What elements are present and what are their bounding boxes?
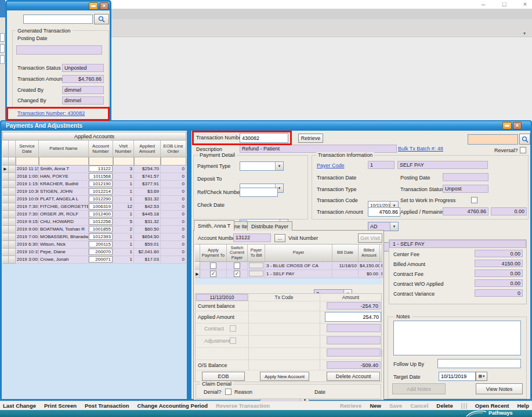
toolbar-last-change[interactable]: Last Change [3,402,36,409]
toolbar-help[interactable]: Help [517,402,529,409]
generated-search-input[interactable] [23,15,93,24]
payer-row[interactable]: 3 - BLUE CROSS OF CA11/18/10$4,150.00$ [195,262,382,270]
bulk-tx-batch-link[interactable]: Bulk Tx Batch #: 48 [398,146,443,152]
close-icon[interactable]: × [513,122,522,130]
header-visit-number[interactable]: Visit Number [113,141,134,157]
app-restore-icon[interactable]: □ [499,1,509,8]
tab-patient[interactable]: Smith, Anna T [194,220,234,231]
filter-cell[interactable] [134,157,161,166]
account-lookup-button[interactable]: ... [274,234,285,242]
contract-wo-applied-field: 0.00 [475,279,523,287]
visit-number-label: Visit Number [288,235,318,241]
deposit-to-label: Deposit To [197,176,222,182]
filter-cell[interactable] [89,157,113,166]
payment-type-dropdown[interactable]: ▾ [240,161,284,171]
app-close-icon[interactable]: × [520,1,530,8]
applied-accounts-filter-row[interactable] [2,157,186,166]
tab-distribute-payer[interactable]: Distribute Payer [247,221,292,231]
contract-fee-label: Contract Fee [393,271,424,277]
applied-account-row[interactable]: 2019 7:00:0MOBASSERI, Bharadwa10123931$6… [2,233,186,241]
applied-account-row[interactable]: 2019 6:30:00Wilson, Nick2001151$59.010 [2,241,186,249]
current-balance-field: -254.70 [327,302,381,310]
payer-grid-empty-area [195,278,382,285]
brand-logo-text: Pathways [488,410,513,416]
applied-account-row[interactable]: 2019 10:30:0STIGEN, JOHN10122141$3.690 [2,188,186,196]
chevron-down-icon: ▾ [390,222,398,231]
applied-account-row[interactable]: 2019 9:00:00BOATMAN, Toshan R10018552$60… [2,226,186,233]
work-in-progress-checkbox[interactable] [471,197,477,203]
toolbar-delete[interactable]: Delete [436,402,453,409]
denial-checkbox[interactable] [225,389,231,395]
generated-transaction-group-title: Generated Transaction [16,28,73,34]
follow-up-by-input[interactable] [437,359,521,368]
filter-cell[interactable] [161,157,186,166]
header-account-number[interactable]: Account Number [89,141,113,157]
filter-cell[interactable] [39,157,89,166]
applied-amount-input[interactable] [325,312,381,322]
applied-account-row[interactable]: 2019 10:15:0Pepe, Diane2000701$2,041.600 [2,249,186,256]
adjustment-amount-field [327,336,381,344]
target-date-label: Target Date [393,374,421,380]
contract-label: Contract [204,326,224,332]
filter-cell[interactable] [16,157,39,166]
apply-new-account-button[interactable]: Apply New Account [260,372,309,381]
applied-account-row[interactable]: 2019 10:00:0PLATT, ANGELA L10122901$31.3… [2,196,186,203]
header-bill-date[interactable]: Bill Date [332,244,359,262]
minimize-icon[interactable] [502,122,512,130]
toolbar-left: Last ChangePrint ScreenPost TransactionC… [3,402,270,409]
header-apply-payment-to[interactable]: Apply Payment To [200,244,227,262]
applied-account-row[interactable]: 2019 3:00:0Crowe, Jonah2000711$17.030 [2,256,186,264]
app-minimize-icon[interactable]: – [478,1,488,8]
quick-search-input[interactable] [468,134,518,145]
delete-account-button[interactable]: Delete Account [327,372,380,381]
view-notes-button[interactable]: View Notes [476,383,523,394]
header-patient-name[interactable]: Patient Name [39,141,89,157]
toolbar-new[interactable]: New [370,402,381,409]
target-date-picker-button[interactable]: ▦▾ [476,372,487,381]
applied-account-row[interactable]: 2018 1:00:0HAN, POKYE10115681$741.570 [2,173,186,181]
applied-account-row[interactable]: 2019 9:15:00CHU, HOWARD10122565$31.320 [2,218,186,226]
header-eob-line-order[interactable]: EOB Line Order [161,141,186,157]
background-combobox-chevron-icon[interactable]: ▾ [523,31,526,36]
description-label: Description [196,146,222,152]
bottom-toolbar: Last ChangePrint ScreenPost TransactionC… [0,401,532,410]
applied-account-row[interactable]: 2019 7:30:0FITCHIE, GEORGETTE100631912$4… [2,203,186,211]
search-button[interactable] [94,14,109,24]
retrieve-button[interactable]: Retrieve [298,134,323,143]
notes-textarea[interactable] [393,321,521,355]
close-icon[interactable]: × [100,2,108,10]
toolbar-post-transaction[interactable]: Post Transaction [85,402,129,409]
contract-checkbox [230,325,236,332]
minimize-icon[interactable] [89,2,98,10]
ref-check-number-input[interactable] [240,188,278,197]
toolbar-open-recent[interactable]: Open Recent [475,402,509,409]
reason-label: Reason [234,389,252,395]
quick-search-button[interactable] [519,134,530,145]
header-payer-to-bill[interactable]: Payer To Bill [248,244,265,262]
target-date-input[interactable] [439,372,476,381]
checkbox[interactable] [234,263,240,269]
eob-button[interactable]: EOB [202,372,245,381]
payer-row[interactable]: ▶✓✓1 - SELF PAY$0.00$ [195,270,382,278]
header-switch-current-payer[interactable]: Switch Current Payer [227,244,248,262]
applied-account-row[interactable]: 2019 7:30:0ORSER JR, ROLF10124001$445.18… [2,211,186,218]
checkbox[interactable]: ✓ [210,271,216,277]
selfpay-panel-title: 1 - SELF PAY [389,240,526,248]
header-billed-amount[interactable]: Billed Amount [359,244,380,262]
chevron-down-icon: ▾ [483,374,485,379]
header-applied-amount[interactable]: Applied Amount [134,141,161,157]
transaction-amount-input[interactable] [368,207,400,217]
reversal-checkbox[interactable] [520,147,526,153]
screen: – □ × ▾ × Generated Transaction Posting … [0,0,532,417]
applied-account-row[interactable]: 2019 1:15:00KRACHER, Budhil10121901$377.… [2,181,186,188]
toolbar-print-screen[interactable]: Print Screen [44,402,77,409]
header-service-date[interactable]: Service Date [16,141,39,157]
checkbox[interactable]: ✓ [234,271,240,277]
pathways-swoosh-icon [464,410,487,417]
applied-account-row[interactable]: ▶2010 11:15:Smith, Anna T131223$254.700 [2,166,186,173]
checkbox[interactable] [210,263,216,269]
toolbar-change-accounting-period[interactable]: Change Accounting Period [137,402,208,409]
header-payer[interactable]: Payer [265,244,332,262]
payer-code-link[interactable]: Payer Code [317,163,345,168]
filter-cell[interactable] [113,157,134,166]
